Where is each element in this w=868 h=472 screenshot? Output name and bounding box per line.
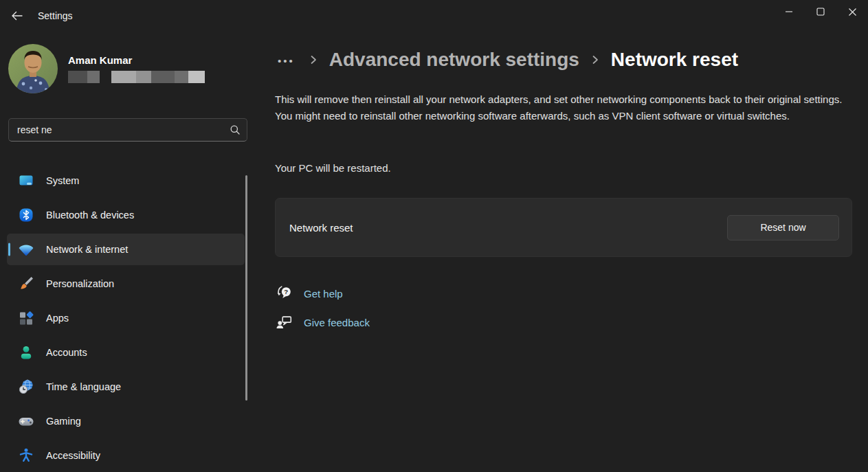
sidebar-item-label: Gaming (46, 416, 81, 427)
minimize-button[interactable] (773, 0, 805, 23)
page-title: Network reset (611, 49, 738, 71)
get-help-link[interactable]: Get help (304, 288, 343, 300)
avatar (8, 44, 58, 93)
display-icon (18, 172, 34, 189)
gamepad-icon (18, 413, 34, 429)
sidebar-item-label: Network & internet (46, 244, 128, 255)
sidebar-nav: System Bluetooth & devices Network & int… (7, 165, 245, 472)
profile[interactable]: Aman Kumar (8, 44, 205, 93)
sidebar-item-personalization[interactable]: Personalization (7, 268, 245, 300)
breadcrumb-overflow-button[interactable]: ••• (275, 56, 298, 66)
give-feedback-row[interactable]: Give feedback (275, 312, 370, 333)
get-help-row[interactable]: ? Get help (275, 283, 370, 304)
sidebar-item-gaming[interactable]: Gaming (7, 405, 245, 437)
sidebar-item-label: Bluetooth & devices (46, 210, 134, 221)
search-icon[interactable] (223, 124, 247, 135)
reset-now-button[interactable]: Reset now (727, 215, 839, 240)
maximize-button[interactable] (805, 0, 836, 23)
search-input[interactable] (9, 124, 223, 135)
sidebar-item-bluetooth-devices[interactable]: Bluetooth & devices (7, 199, 245, 231)
person-icon (18, 344, 34, 361)
sidebar-item-label: System (46, 175, 79, 186)
window-controls (773, 0, 868, 23)
give-feedback-icon (275, 313, 294, 331)
bluetooth-icon (18, 207, 34, 223)
help-links: ? Get help Give feedback (275, 283, 370, 341)
sidebar-item-system[interactable]: System (7, 165, 245, 196)
clock-globe-icon (18, 379, 34, 395)
selection-indicator (8, 243, 10, 256)
network-reset-label: Network reset (289, 222, 353, 234)
chevron-right-icon (309, 54, 318, 66)
close-button[interactable] (836, 0, 868, 23)
svg-text:?: ? (284, 288, 288, 295)
app-title: Settings (38, 10, 73, 21)
sidebar-item-apps[interactable]: Apps (7, 302, 245, 334)
get-help-icon: ? (275, 284, 294, 302)
redacted-email (68, 71, 205, 83)
paintbrush-icon (18, 276, 34, 292)
sidebar-item-time-language[interactable]: Time & language (7, 371, 245, 403)
sidebar-item-label: Time & language (46, 381, 121, 392)
sidebar-item-label: Apps (46, 313, 69, 324)
sidebar-item-accounts[interactable]: Accounts (7, 337, 245, 368)
settings-window: Settings (0, 0, 868, 472)
accessibility-person-icon (18, 447, 34, 464)
maximize-icon (816, 8, 825, 16)
breadcrumb-parent[interactable]: Advanced network settings (329, 49, 579, 71)
apps-grid-icon (18, 310, 34, 326)
profile-name: Aman Kumar (68, 54, 205, 66)
sidebar-item-label: Personalization (46, 278, 114, 289)
search-box[interactable] (8, 118, 247, 142)
network-reset-card: Network reset Reset now (275, 198, 852, 257)
sidebar-item-label: Accessibility (46, 450, 100, 461)
back-arrow-icon (11, 10, 23, 21)
give-feedback-link[interactable]: Give feedback (304, 317, 370, 328)
close-icon (848, 8, 857, 16)
sidebar-item-accessibility[interactable]: Accessibility (7, 440, 245, 471)
sidebar-item-label: Accounts (46, 347, 87, 358)
breadcrumb: ••• Advanced network settings Network re… (275, 44, 738, 76)
minimize-icon (785, 8, 793, 16)
wifi-icon (18, 241, 34, 258)
sidebar-item-network-internet[interactable]: Network & internet (7, 234, 245, 265)
profile-text: Aman Kumar (68, 54, 205, 83)
page-description: This will remove then reinstall all your… (275, 91, 854, 124)
restart-note: Your PC will be restarted. (275, 162, 391, 174)
chevron-right-icon (590, 54, 600, 66)
back-button[interactable] (5, 5, 27, 26)
scrollbar[interactable] (245, 175, 247, 401)
